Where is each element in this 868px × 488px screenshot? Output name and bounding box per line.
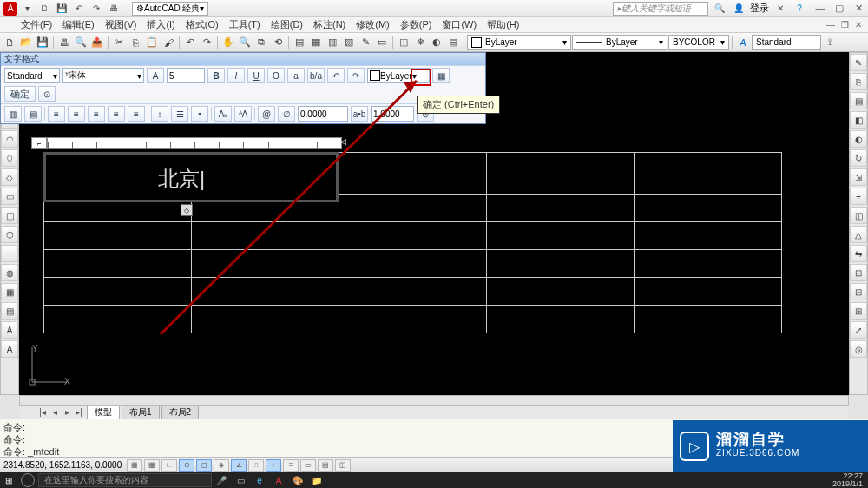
- break-tool-icon[interactable]: ⊡: [850, 264, 867, 281]
- publish-icon[interactable]: 📤: [89, 35, 105, 50]
- login-link[interactable]: 登录: [750, 2, 769, 15]
- width-factor-input[interactable]: 1.0000: [371, 106, 414, 122]
- tab-layout1[interactable]: 布局1: [122, 406, 160, 419]
- chamfer-tool-icon[interactable]: ⊞: [850, 302, 867, 320]
- grid-toggle[interactable]: ▦: [144, 459, 160, 472]
- print-icon[interactable]: 🖶: [56, 35, 72, 50]
- preview-icon[interactable]: 🔍: [73, 35, 89, 50]
- coordinates-display[interactable]: 2314.8520, 1652.1163, 0.0000: [3, 460, 125, 470]
- oblique-icon[interactable]: ∅: [278, 106, 295, 122]
- exchange-icon[interactable]: ✕: [773, 2, 788, 16]
- menu-view[interactable]: 视图(V): [105, 18, 137, 31]
- move-tool-icon[interactable]: ↻: [850, 149, 867, 167]
- mdi-restore-icon[interactable]: ❐: [838, 20, 851, 30]
- column-handle-icon[interactable]: ◇: [181, 204, 193, 216]
- trim-tool-icon[interactable]: △: [850, 226, 867, 243]
- extend-tool-icon[interactable]: ⇆: [850, 245, 867, 262]
- columns-icon[interactable]: ▥: [4, 106, 22, 122]
- start-button[interactable]: ⊞: [0, 472, 17, 488]
- layer-mgr-icon[interactable]: ▤: [445, 35, 461, 50]
- help-search-input[interactable]: ▸ 键入关键字或短语: [613, 2, 708, 16]
- cortana-icon[interactable]: [21, 473, 35, 487]
- region-tool-icon[interactable]: A: [1, 321, 18, 339]
- fillet-tool-icon[interactable]: ⤢: [850, 321, 867, 339]
- menu-dimension[interactable]: 标注(N): [313, 18, 345, 31]
- user-icon[interactable]: 👤: [731, 2, 746, 16]
- designcenter-icon[interactable]: ▦: [308, 35, 324, 50]
- tab-last-icon[interactable]: ▸|: [73, 407, 85, 417]
- tab-first-icon[interactable]: |◂: [36, 407, 49, 417]
- matchprop-icon[interactable]: 🖌: [161, 35, 176, 50]
- numbering-icon[interactable]: ☰: [171, 106, 188, 122]
- zoom-window-icon[interactable]: ⧉: [253, 35, 269, 50]
- linespace-icon[interactable]: ↕: [151, 106, 168, 122]
- arc-tool-icon[interactable]: ⬯: [1, 149, 18, 167]
- undo-text-icon[interactable]: ↶: [327, 68, 345, 83]
- zoom-icon[interactable]: 🔍: [237, 35, 253, 50]
- otrack-toggle[interactable]: ∠: [231, 459, 247, 472]
- menu-tools[interactable]: 工具(T): [229, 18, 260, 31]
- 3dosnap-toggle[interactable]: ◈: [214, 459, 229, 472]
- rotate-tool-icon[interactable]: ⇲: [850, 168, 867, 186]
- menu-insert[interactable]: 插入(I): [147, 18, 174, 31]
- justify-icon[interactable]: ▤: [24, 106, 42, 122]
- gradient-tool-icon[interactable]: ▤: [1, 302, 18, 320]
- explode-tool-icon[interactable]: ◎: [850, 340, 867, 358]
- paste-icon[interactable]: 📋: [144, 35, 160, 50]
- qat-undo-icon[interactable]: ↶: [71, 2, 87, 16]
- tab-layout2[interactable]: 布局2: [161, 406, 200, 419]
- ducs-toggle[interactable]: ⎍: [248, 459, 264, 472]
- circle-tool-icon[interactable]: ◇: [1, 168, 18, 186]
- font-select[interactable]: ᵀ 宋体▾: [62, 68, 144, 83]
- edge-icon[interactable]: e: [250, 472, 269, 488]
- bullets-icon[interactable]: •: [191, 106, 208, 122]
- dimstyle-icon[interactable]: ⟟: [822, 35, 838, 50]
- help-icon[interactable]: ?: [792, 2, 807, 16]
- underline-button[interactable]: U: [247, 68, 265, 83]
- taskbar-search-input[interactable]: 在这里输入你要搜索的内容: [38, 473, 212, 487]
- menu-format[interactable]: 格式(O): [186, 18, 219, 31]
- explorer-icon[interactable]: 📁: [307, 472, 326, 488]
- maximize-button[interactable]: ▢: [830, 3, 849, 14]
- layer-off-icon[interactable]: ◐: [429, 35, 444, 50]
- new-icon[interactable]: 🗋: [2, 35, 17, 50]
- italic-button[interactable]: I: [227, 68, 245, 83]
- annotative-button[interactable]: A: [147, 68, 164, 83]
- qat-new-icon[interactable]: ▾: [19, 2, 35, 16]
- tab-next-icon[interactable]: ▸: [61, 407, 73, 417]
- paint-icon[interactable]: 🎨: [288, 472, 307, 488]
- minimize-button[interactable]: —: [811, 3, 830, 14]
- hatch-tool-icon[interactable]: ▦: [1, 283, 18, 300]
- menu-parametric[interactable]: 参数(P): [400, 18, 432, 31]
- align-left-icon[interactable]: ≡: [48, 106, 65, 122]
- text-ruler[interactable]: [47, 137, 342, 149]
- linetype-selector[interactable]: ByLayer ▾: [572, 35, 667, 50]
- join-tool-icon[interactable]: ⊟: [850, 283, 867, 300]
- menu-window[interactable]: 窗口(W): [442, 18, 477, 31]
- save-icon[interactable]: 💾: [35, 35, 50, 50]
- toolpalette-icon[interactable]: ▥: [325, 35, 340, 50]
- layer-freeze-icon[interactable]: ❄: [412, 35, 428, 50]
- textstyle-selector[interactable]: Standard: [752, 35, 821, 50]
- layer-iso-icon[interactable]: ◫: [396, 35, 411, 50]
- offset-tool-icon[interactable]: ◧: [850, 111, 867, 129]
- rectangle-tool-icon[interactable]: ◠: [1, 130, 18, 148]
- symbol-at-button[interactable]: @: [258, 106, 275, 122]
- tab-prev-icon[interactable]: ◂: [49, 407, 61, 417]
- qat-save-icon[interactable]: 💾: [54, 2, 69, 16]
- revcloud-tool-icon[interactable]: ▭: [1, 188, 18, 205]
- align-right-icon[interactable]: ≡: [88, 106, 105, 122]
- horizontal-scrollbar[interactable]: [19, 395, 849, 406]
- menu-file[interactable]: 文件(F): [21, 18, 52, 31]
- tracking-input[interactable]: 0.0000: [298, 106, 348, 122]
- overline-button[interactable]: O: [267, 68, 285, 83]
- scale-tool-icon[interactable]: ÷: [850, 188, 867, 205]
- properties-icon[interactable]: ▤: [292, 35, 307, 50]
- stack-button[interactable]: b/a: [307, 68, 325, 83]
- qp-toggle[interactable]: ▤: [318, 459, 333, 472]
- system-clock[interactable]: 22:27 2019/1/1: [832, 472, 868, 488]
- dyn-toggle[interactable]: +: [266, 459, 281, 472]
- text-height-input[interactable]: [167, 68, 205, 83]
- text-style-select[interactable]: Standard▾: [4, 68, 60, 83]
- sheetset-icon[interactable]: ▧: [341, 35, 357, 50]
